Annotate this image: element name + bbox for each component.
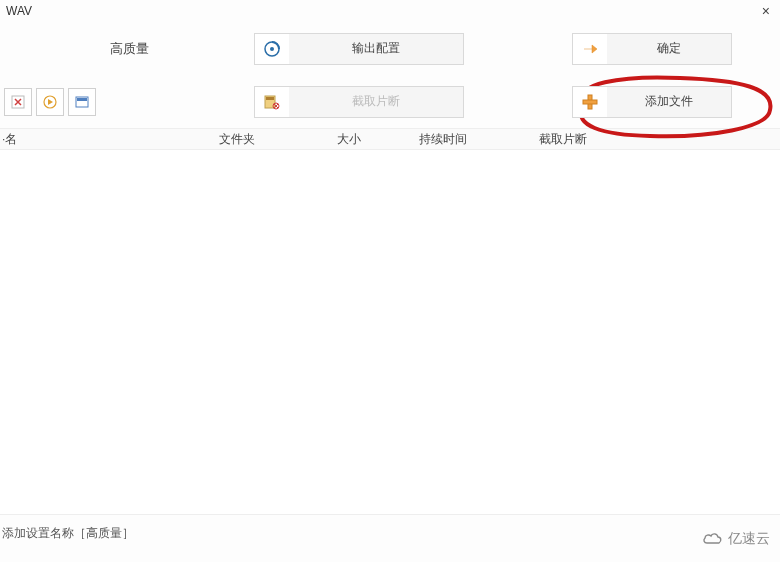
play-icon-button[interactable] xyxy=(36,88,64,116)
cut-segment-button[interactable]: 截取片断 xyxy=(254,86,464,118)
watermark-text: 亿速云 xyxy=(728,530,770,548)
footer-text: 添加设置名称［高质量］ xyxy=(2,525,134,542)
watermark: 亿速云 xyxy=(702,530,770,548)
svg-point-1 xyxy=(270,47,274,51)
delete-icon xyxy=(10,94,26,110)
footer: 添加设置名称［高质量］ xyxy=(0,515,780,551)
preview-icon-button[interactable] xyxy=(68,88,96,116)
confirm-label: 确定 xyxy=(607,40,731,57)
toolbar-row-1: 高质量 输出配置 确定 xyxy=(0,22,780,75)
col-filename: ·名 xyxy=(0,131,215,148)
confirm-arrow-icon xyxy=(573,34,607,64)
col-folder: 文件夹 xyxy=(215,131,333,148)
add-file-label: 添加文件 xyxy=(607,93,731,110)
table-header: ·名 文件夹 大小 持续时间 截取片断 xyxy=(0,128,780,150)
col-duration: 持续时间 xyxy=(415,131,535,148)
delete-icon-button[interactable] xyxy=(4,88,32,116)
titlebar: WAV × xyxy=(0,0,780,22)
svg-rect-7 xyxy=(266,97,274,100)
output-config-label: 输出配置 xyxy=(289,40,463,57)
add-file-icon xyxy=(573,87,607,117)
svg-rect-5 xyxy=(77,98,87,101)
cut-segment-icon xyxy=(255,87,289,117)
confirm-button[interactable]: 确定 xyxy=(572,33,732,65)
close-icon[interactable]: × xyxy=(758,3,774,19)
col-size: 大小 xyxy=(333,131,415,148)
toolbar-row-2: 截取片断 添加文件 xyxy=(0,75,780,128)
preview-icon xyxy=(74,94,90,110)
quality-label: 高质量 xyxy=(4,40,254,58)
add-file-button[interactable]: 添加文件 xyxy=(572,86,732,118)
output-config-button[interactable]: 输出配置 xyxy=(254,33,464,65)
small-icons-group xyxy=(4,88,96,116)
cut-segment-label: 截取片断 xyxy=(289,93,463,110)
col-cutseg: 截取片断 xyxy=(535,131,650,148)
cloud-icon xyxy=(702,531,724,547)
svg-rect-10 xyxy=(583,100,597,104)
content-area xyxy=(0,150,780,515)
play-icon xyxy=(42,94,58,110)
window-title: WAV xyxy=(6,4,32,18)
output-config-icon xyxy=(255,34,289,64)
